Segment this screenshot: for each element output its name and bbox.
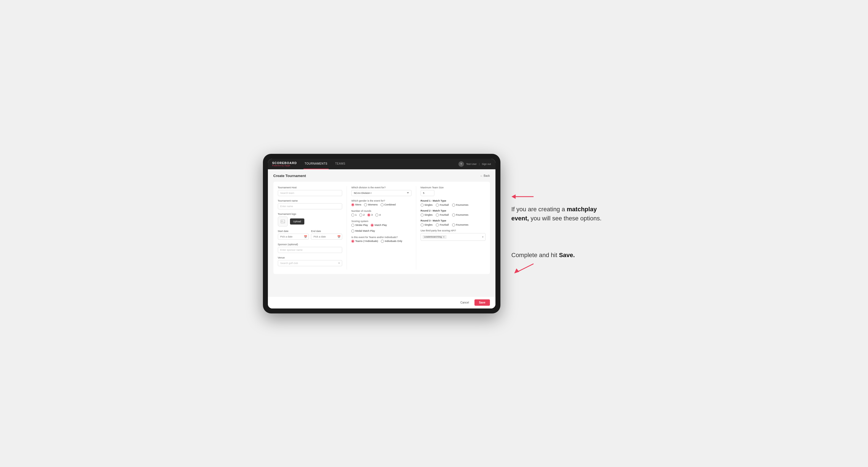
teams-individuals-label: Individuals Only — [385, 240, 402, 243]
avatar: T — [459, 161, 464, 167]
teams-radio-group: Teams (+Individuals) Individuals Only — [351, 240, 411, 243]
scoring-match-label: Match Play — [374, 224, 387, 226]
api-tag-close-icon[interactable]: ✕ — [443, 236, 445, 238]
nav-link-tournaments[interactable]: TOURNAMENTS — [304, 159, 329, 169]
round1-foursomes-radio[interactable] — [452, 204, 455, 207]
round1-match-type-section: Round 1 - Match Type Singles Fourball — [421, 199, 486, 207]
round3-singles-radio[interactable] — [421, 223, 424, 226]
round1-radio-group: Singles Fourball Foursomes — [421, 204, 486, 207]
round2-foursomes-radio[interactable] — [452, 214, 455, 217]
rounds-3-option[interactable]: 3 — [367, 214, 373, 217]
round2-foursomes-option[interactable]: Foursomes — [452, 214, 468, 217]
rounds-2-radio[interactable] — [359, 214, 362, 217]
teams-group: Is this event for Teams and/or Individua… — [351, 236, 411, 243]
teams-individuals-radio[interactable] — [381, 240, 384, 243]
gender-combined-option[interactable]: Combined — [380, 203, 396, 206]
gender-group: Which gender is the event for? Mens Wome… — [351, 199, 411, 206]
teams-teams-radio[interactable] — [351, 240, 354, 243]
round3-singles-option[interactable]: Singles — [421, 223, 433, 226]
start-date-input[interactable] — [278, 234, 309, 240]
scoring-match-radio[interactable] — [371, 224, 374, 227]
round2-foursomes-label: Foursomes — [456, 214, 468, 216]
back-button[interactable]: ← Back — [480, 174, 490, 177]
end-date-label: End date — [311, 230, 342, 232]
max-team-size-input[interactable] — [421, 190, 434, 196]
rounds-1-option[interactable]: 1 — [351, 214, 356, 217]
round3-radio-group: Singles Fourball Foursomes — [421, 223, 486, 226]
round2-radio-group: Singles Fourball Foursomes — [421, 214, 486, 217]
round2-fourball-radio[interactable] — [436, 214, 439, 217]
tournament-name-input[interactable] — [278, 203, 342, 209]
teams-teams-option[interactable]: Teams (+Individuals) — [351, 240, 378, 243]
round2-fourball-label: Fourball — [440, 214, 449, 216]
arrow-top — [512, 192, 606, 202]
sponsor-input[interactable] — [278, 247, 342, 253]
gender-womens-option[interactable]: Womens — [364, 203, 377, 206]
nav-user: T Test User | Sign out — [459, 161, 491, 167]
upload-button[interactable]: Upload — [290, 218, 305, 224]
tournament-logo-label: Tournament logo — [278, 213, 342, 215]
gender-womens-label: Womens — [368, 203, 377, 206]
round3-foursomes-option[interactable]: Foursomes — [452, 223, 468, 226]
start-date-label: Start date — [278, 230, 309, 232]
scoring-stroke-option[interactable]: Stroke Play — [351, 224, 368, 227]
round1-fourball-radio[interactable] — [436, 204, 439, 207]
tournament-name-label: Tournament name — [278, 199, 342, 202]
date-row: Start date 📅 End date — [278, 230, 342, 240]
round2-singles-option[interactable]: Singles — [421, 214, 433, 217]
api-tag-value: Leaderboard King — [424, 236, 442, 238]
rounds-4-label: 4 — [379, 214, 380, 216]
round1-fourball-label: Fourball — [440, 204, 449, 206]
venue-input[interactable] — [278, 260, 342, 266]
rounds-2-option[interactable]: 2 — [359, 214, 365, 217]
scoring-medal-radio[interactable] — [351, 229, 354, 232]
gender-combined-radio[interactable] — [380, 203, 383, 206]
scoring-match-option[interactable]: Match Play — [371, 224, 387, 227]
end-date-input[interactable] — [311, 234, 342, 240]
scoring-medal-label: Medal Match Play — [355, 229, 375, 232]
round3-foursomes-radio[interactable] — [452, 223, 455, 226]
round2-singles-radio[interactable] — [421, 214, 424, 217]
rounds-4-option[interactable]: 4 — [375, 214, 380, 217]
teams-individuals-option[interactable]: Individuals Only — [381, 240, 402, 243]
save-button[interactable]: Save — [474, 299, 490, 306]
gender-mens-option[interactable]: Mens — [351, 203, 361, 206]
scoring-radio-group: Stroke Play Match Play Medal Match Play — [351, 224, 411, 232]
annotation-top-text: If you are creating a matchplay event, y… — [512, 205, 606, 223]
rounds-radio-group: 1 2 3 — [351, 214, 411, 217]
rounds-3-radio[interactable] — [367, 214, 370, 217]
scoring-stroke-radio[interactable] — [351, 224, 354, 227]
form-col-middle: Which division is the event for? NCAA Di… — [347, 186, 416, 270]
nav-links: TOURNAMENTS TEAMS — [304, 159, 459, 169]
svg-line-4 — [517, 264, 533, 272]
nav-link-teams[interactable]: TEAMS — [334, 159, 347, 169]
gender-womens-radio[interactable] — [364, 203, 367, 206]
rounds-4-radio[interactable] — [375, 214, 378, 217]
round3-fourball-option[interactable]: Fourball — [436, 223, 449, 226]
round1-foursomes-label: Foursomes — [456, 204, 468, 206]
division-select[interactable]: NCAA Division I — [351, 190, 411, 196]
signout-link[interactable]: Sign out — [482, 163, 491, 165]
api-label: Use third-party live scoring API? — [421, 229, 486, 232]
rounds-1-label: 1 — [355, 214, 356, 216]
svg-rect-0 — [281, 220, 285, 223]
round2-label: Round 2 - Match Type — [421, 209, 486, 212]
gender-label: Which gender is the event for? — [351, 199, 411, 202]
gender-mens-radio[interactable] — [351, 203, 354, 206]
round1-foursomes-option[interactable]: Foursomes — [452, 204, 468, 207]
cancel-button[interactable]: Cancel — [457, 299, 472, 306]
round1-singles-option[interactable]: Singles — [421, 204, 433, 207]
tournament-host-input[interactable] — [278, 190, 342, 196]
tournament-name-group: Tournament name — [278, 199, 342, 209]
rounds-1-radio[interactable] — [351, 214, 354, 217]
round1-fourball-option[interactable]: Fourball — [436, 204, 449, 207]
round1-singles-radio[interactable] — [421, 204, 424, 207]
round3-foursomes-label: Foursomes — [456, 223, 468, 226]
form-col-left: Tournament Host Tournament name Tourname… — [278, 186, 347, 270]
round2-fourball-option[interactable]: Fourball — [436, 214, 449, 217]
scoring-medal-option[interactable]: Medal Match Play — [351, 229, 375, 232]
main-content: Create Tournament ← Back Tournament Host… — [268, 169, 495, 296]
round3-fourball-radio[interactable] — [436, 223, 439, 226]
tournament-logo-group: Tournament logo Upload — [278, 213, 342, 226]
api-select-wrapper[interactable]: Leaderboard King ✕ ▾ — [421, 233, 486, 241]
